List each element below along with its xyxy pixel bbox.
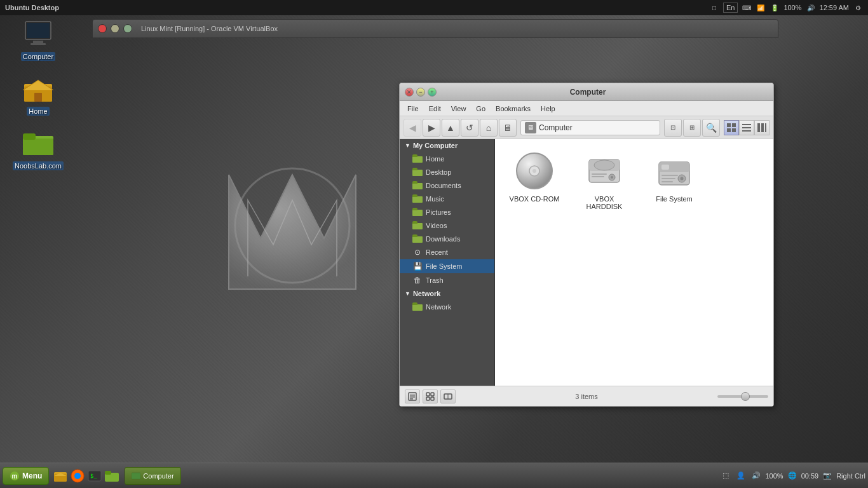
sidebar-item-desktop[interactable]: Desktop [400, 165, 494, 179]
svg-rect-59 [132, 473, 140, 479]
settings-icon[interactable]: ⚙ [853, 3, 863, 13]
harddisk-label: VBOX HARDDISK [576, 195, 632, 210]
fm-menu-edit[interactable]: Edit [425, 104, 445, 114]
svg-point-26 [594, 160, 614, 170]
svg-point-54 [74, 473, 81, 479]
fm-home-btn[interactable]: ⌂ [480, 119, 498, 137]
window-icon[interactable]: □ [709, 3, 719, 13]
keyboard-icon[interactable]: ⌨ [742, 3, 752, 13]
file-item-cdrom[interactable]: VBOX CD-ROM [503, 147, 566, 214]
desktop-icon-noobslab[interactable]: NoobsLab.com [13, 128, 64, 170]
svg-point-35 [681, 177, 684, 180]
sidebar-item-documents[interactable]: Documents [400, 179, 494, 192]
fm-location-bar[interactable]: 🖥 Computer [520, 120, 660, 135]
mycomputer-arrow: ▼ [405, 142, 410, 149]
home-icon-label: Home [27, 107, 49, 116]
taskbar-browser-icon[interactable] [70, 468, 85, 484]
fm-view-compact-btn[interactable] [754, 120, 770, 135]
lang-indicator[interactable]: En [723, 3, 738, 13]
taskbar-tray-screenshot[interactable]: 📷 [821, 470, 834, 482]
vbox-close-btn[interactable] [98, 24, 107, 33]
sidebar-item-recent[interactable]: ⊙ Recent [400, 245, 494, 259]
fm-slider-thumb[interactable] [741, 392, 750, 401]
sidebar-item-filesystem[interactable]: 💾 File System [400, 259, 494, 273]
sidebar-group-mycomputer[interactable]: ▼ My Computer [400, 139, 494, 152]
fm-close-btn[interactable]: ✕ [405, 88, 414, 97]
taskbar-tray-3[interactable]: 🔊 [750, 470, 763, 482]
fm-zoom-slider[interactable] [717, 395, 768, 398]
sidebar-documents-label: Documents [426, 182, 461, 189]
fm-forward-btn[interactable]: ▶ [423, 119, 440, 137]
vbox-min-btn[interactable] [111, 24, 119, 33]
mycomputer-label: My Computer [413, 142, 458, 149]
svg-text:$_: $_ [90, 473, 97, 479]
fm-status-btn-1[interactable] [405, 390, 420, 403]
taskbar-files-icon[interactable] [53, 468, 68, 484]
file-manager: ✕ − + Computer File Edit View Go Bookmar… [399, 83, 774, 407]
taskbar-tray-2[interactable]: 👤 [735, 470, 747, 482]
network-icon[interactable]: 📶 [756, 3, 766, 13]
taskbar-computer-window[interactable]: Computer [125, 467, 180, 485]
sidebar-item-network[interactable]: Network [400, 300, 494, 313]
monitor-icon [23, 19, 53, 50]
taskbar-quick-launch: $_ [53, 468, 119, 484]
taskbar-tray-network[interactable]: 🌐 [786, 470, 799, 482]
svg-rect-16 [742, 127, 751, 128]
fm-menu-help[interactable]: Help [537, 104, 559, 114]
file-item-harddisk[interactable]: VBOX HARDDISK [573, 147, 636, 214]
sidebar-recent-label: Recent [426, 248, 448, 256]
fm-minimize-btn[interactable]: − [416, 88, 425, 97]
volume-icon[interactable]: 🔊 [806, 3, 816, 13]
desktop-icon-home[interactable]: Home [13, 74, 64, 116]
taskbar-time: 00:59 [801, 472, 819, 480]
svg-rect-41 [410, 396, 415, 398]
taskbar-tray-1[interactable]: ⬚ [719, 470, 732, 482]
start-menu-button[interactable]: m Menu [3, 467, 49, 485]
taskbar-folder-icon[interactable] [104, 468, 119, 484]
filesystem-label: File System [656, 195, 692, 203]
desktop-icon-computer[interactable]: Computer [13, 19, 64, 61]
fm-back-btn[interactable]: ◀ [403, 119, 421, 137]
svg-rect-45 [426, 397, 430, 400]
music-folder-icon-sm [412, 194, 423, 203]
fm-refresh-btn[interactable]: ↺ [461, 119, 478, 137]
fm-status-btn-3[interactable] [440, 390, 456, 403]
sidebar-item-trash[interactable]: 🗑 Trash [400, 273, 494, 287]
fm-menu-file[interactable]: File [403, 104, 423, 114]
network-arrow: ▼ [405, 290, 410, 297]
svg-rect-1 [27, 23, 50, 38]
fm-open-btn[interactable]: ⊞ [683, 119, 701, 137]
taskbar-right-ctrl: Right Ctrl [836, 472, 865, 480]
network-folder-icon-sm [412, 302, 423, 311]
fm-location-text: Computer [539, 123, 573, 132]
fm-menu-go[interactable]: Go [472, 104, 489, 114]
mint-logo [197, 114, 388, 337]
svg-rect-15 [742, 124, 751, 125]
fm-status-btn-2[interactable] [423, 390, 438, 403]
sidebar-item-music[interactable]: Music [400, 192, 494, 205]
svg-rect-43 [426, 393, 430, 396]
sidebar-item-downloads[interactable]: Downloads [400, 232, 494, 245]
home-folder-icon [23, 74, 53, 104]
sidebar-item-home[interactable]: Home [400, 152, 494, 165]
sidebar-item-pictures[interactable]: Pictures [400, 205, 494, 219]
battery-icon[interactable]: 🔋 [770, 3, 780, 13]
fm-view-icon-btn[interactable] [724, 120, 739, 135]
fm-new-tab-btn[interactable]: ⊡ [664, 119, 682, 137]
fm-maximize-btn[interactable]: + [428, 88, 437, 97]
sidebar-downloads-label: Downloads [426, 235, 460, 243]
sidebar-home-label: Home [426, 155, 444, 163]
fm-menu-view[interactable]: View [447, 104, 470, 114]
fm-view-list-btn[interactable] [739, 120, 754, 135]
svg-rect-9 [23, 133, 36, 140]
sidebar-item-videos[interactable]: Videos [400, 219, 494, 232]
trash-icon-sm: 🗑 [412, 276, 423, 285]
taskbar-terminal-icon[interactable]: $_ [87, 468, 102, 484]
fm-search-btn[interactable]: 🔍 [702, 119, 720, 137]
sidebar-group-network[interactable]: ▼ Network [400, 287, 494, 300]
vbox-max-btn[interactable] [123, 24, 132, 33]
fm-computer-btn[interactable]: 🖥 [499, 119, 517, 137]
fm-menu-bookmarks[interactable]: Bookmarks [492, 104, 534, 114]
fm-up-btn[interactable]: ▲ [442, 119, 459, 137]
file-item-filesystem[interactable]: File System [642, 147, 706, 214]
